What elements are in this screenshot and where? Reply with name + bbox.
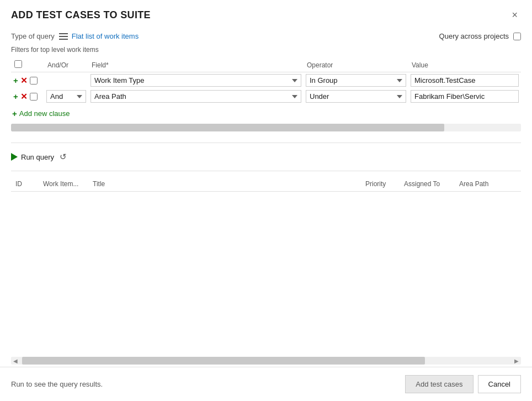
filter-table: And/Or Field* Operator Value + ✕ bbox=[11, 58, 521, 104]
row1-action-icons: + ✕ bbox=[13, 76, 42, 86]
row2-operator-cell[interactable]: Under Not Under = <> bbox=[304, 88, 408, 104]
row1-add-icon[interactable]: + bbox=[13, 76, 18, 85]
results-col-title: Title bbox=[88, 177, 361, 192]
refresh-button[interactable]: ↺ bbox=[60, 152, 67, 162]
select-all-checkbox[interactable] bbox=[14, 60, 22, 68]
run-query-button[interactable]: Run query bbox=[11, 153, 54, 161]
col-header-andor: And/Or bbox=[44, 58, 88, 72]
row2-actions: + ✕ bbox=[11, 88, 44, 104]
filters-label: Filters for top level work items bbox=[11, 44, 521, 58]
horizontal-scrollbar[interactable] bbox=[11, 124, 521, 131]
row1-value-cell[interactable] bbox=[408, 72, 521, 89]
results-table: ID Work Item... Title Priority Assigned … bbox=[11, 177, 521, 192]
scroll-thumb bbox=[11, 124, 444, 131]
query-type-row: Type of query Flat list of work items Qu… bbox=[11, 27, 521, 44]
svg-rect-0 bbox=[59, 33, 68, 34]
row2-operator-select[interactable]: Under Not Under = <> bbox=[306, 90, 406, 103]
dialog-header: ADD TEST CASES TO SUITE × bbox=[0, 0, 532, 27]
add-clause-plus-icon: + bbox=[12, 109, 17, 118]
col-header-value: Value bbox=[408, 58, 521, 72]
add-clause-row[interactable]: + Add new clause bbox=[11, 104, 521, 118]
filter-row-1: + ✕ Work Item Type Area Path Assigned To… bbox=[11, 72, 521, 89]
row1-operator-select[interactable]: In Group Not In Group = [Any] In Not In bbox=[306, 74, 406, 87]
row1-andor-cell bbox=[44, 72, 88, 89]
close-button[interactable]: × bbox=[508, 9, 521, 21]
query-across-label: Query across projects bbox=[439, 32, 509, 40]
query-across-right: Query across projects bbox=[439, 32, 521, 40]
results-col-priority: Priority bbox=[361, 177, 400, 192]
bottom-scroll-thumb bbox=[22, 357, 425, 365]
query-type-label: Type of query bbox=[11, 32, 55, 40]
filter-row-2: + ✕ And Or Work Item Type bbox=[11, 88, 521, 104]
dialog-title: ADD TEST CASES TO SUITE bbox=[11, 9, 151, 21]
scroll-right-arrow[interactable]: ▶ bbox=[512, 357, 521, 365]
row1-actions: + ✕ bbox=[11, 72, 44, 89]
query-type-text: Flat list of work items bbox=[72, 32, 139, 40]
row2-checkbox[interactable] bbox=[30, 93, 38, 101]
footer-buttons: Add test cases Cancel bbox=[405, 375, 521, 393]
add-test-cases-button[interactable]: Add test cases bbox=[405, 375, 473, 393]
row2-value-cell[interactable] bbox=[408, 88, 521, 104]
row2-add-icon[interactable]: + bbox=[13, 92, 18, 101]
col-header-operator: Operator bbox=[304, 58, 408, 72]
row2-field-select[interactable]: Work Item Type Area Path Assigned To Pri… bbox=[91, 90, 301, 103]
cancel-button[interactable]: Cancel bbox=[478, 375, 521, 393]
results-col-id: ID bbox=[11, 177, 39, 192]
col-header-field: Field* bbox=[88, 58, 304, 72]
row1-field-select[interactable]: Work Item Type Area Path Assigned To Pri… bbox=[91, 74, 301, 87]
footer-status: Run to see the query results. bbox=[11, 380, 103, 388]
svg-rect-1 bbox=[59, 36, 68, 37]
svg-rect-2 bbox=[59, 39, 68, 40]
row1-remove-icon[interactable]: ✕ bbox=[20, 76, 28, 86]
play-icon bbox=[11, 153, 18, 161]
dialog-body: Type of query Flat list of work items Qu… bbox=[0, 27, 532, 367]
add-clause-label: Add new clause bbox=[19, 109, 70, 118]
query-type-left: Type of query Flat list of work items bbox=[11, 32, 139, 40]
divider-1 bbox=[11, 143, 521, 143]
row2-action-icons: + ✕ bbox=[13, 92, 42, 102]
row2-remove-icon[interactable]: ✕ bbox=[20, 92, 28, 102]
dialog-footer: Run to see the query results. Add test c… bbox=[0, 367, 532, 401]
col-header-actions bbox=[11, 58, 44, 72]
results-col-work-item-type: Work Item... bbox=[39, 177, 88, 192]
list-icon bbox=[59, 33, 68, 40]
row2-andor-select[interactable]: And Or bbox=[46, 90, 86, 103]
divider-2 bbox=[11, 171, 521, 171]
row1-value-input[interactable] bbox=[411, 74, 519, 87]
run-query-row: Run query ↺ bbox=[11, 149, 521, 165]
row1-checkbox[interactable] bbox=[30, 77, 38, 85]
results-col-area-path: Area Path bbox=[455, 177, 521, 192]
row1-field-cell[interactable]: Work Item Type Area Path Assigned To Pri… bbox=[88, 72, 304, 89]
scroll-left-arrow[interactable]: ◀ bbox=[11, 357, 20, 365]
add-test-cases-dialog: ADD TEST CASES TO SUITE × Type of query … bbox=[0, 0, 532, 401]
row1-operator-cell[interactable]: In Group Not In Group = [Any] In Not In bbox=[304, 72, 408, 89]
results-col-assigned-to: Assigned To bbox=[400, 177, 455, 192]
row2-value-input[interactable] bbox=[411, 90, 519, 103]
run-query-label: Run query bbox=[21, 153, 54, 161]
bottom-scrollbar[interactable]: ◀ ▶ bbox=[11, 357, 521, 365]
query-across-checkbox[interactable] bbox=[513, 33, 521, 40]
row2-field-cell[interactable]: Work Item Type Area Path Assigned To Pri… bbox=[88, 88, 304, 104]
results-area: ID Work Item... Title Priority Assigned … bbox=[11, 177, 521, 355]
query-type-value[interactable]: Flat list of work items bbox=[59, 32, 139, 40]
row2-andor-cell[interactable]: And Or bbox=[44, 88, 88, 104]
